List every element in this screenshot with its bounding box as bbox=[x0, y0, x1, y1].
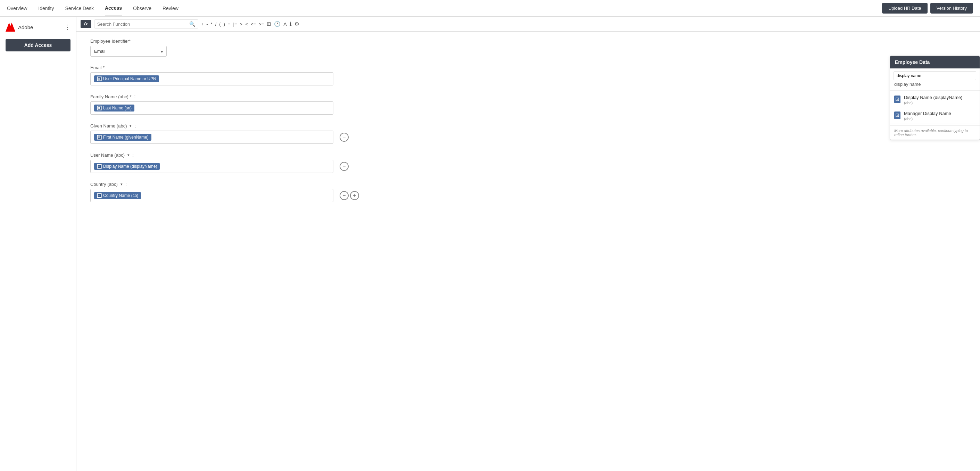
nav-actions: Upload HR Data Version History bbox=[882, 3, 973, 14]
menu-dots-icon[interactable]: ⋮ bbox=[64, 23, 70, 31]
op-minus[interactable]: - bbox=[206, 22, 208, 27]
country-mapping-input[interactable]: Country Name (co) bbox=[90, 189, 333, 202]
user-name-dropdown-arrow[interactable]: ▾ bbox=[127, 153, 129, 158]
content-area: fx 🔍 + - * / ( ) = |= > < <= >= ⊞ 🕐 A bbox=[76, 17, 980, 471]
user-name-colon: : bbox=[132, 152, 134, 158]
version-history-button[interactable]: Version History bbox=[930, 3, 973, 14]
country-label: Country (abc) bbox=[90, 181, 118, 187]
op-lparen[interactable]: ( bbox=[219, 22, 221, 27]
formula-search-input[interactable] bbox=[97, 22, 189, 27]
panel-items: Display Name (displayName) (abc) Manager… bbox=[890, 91, 980, 126]
op-rparen[interactable]: ) bbox=[224, 22, 225, 27]
app-name: Adobe bbox=[18, 24, 33, 30]
tag-icon bbox=[97, 76, 102, 81]
svg-rect-8 bbox=[97, 135, 101, 139]
adobe-icon bbox=[6, 22, 15, 32]
email-label-row: Email * bbox=[90, 65, 375, 70]
employee-identifier-label: Employee Identifier* bbox=[90, 38, 375, 44]
country-tag: Country Name (co) bbox=[94, 192, 141, 199]
employee-identifier-select-wrapper: Email bbox=[90, 46, 167, 57]
grid-icon[interactable]: ⊞ bbox=[267, 21, 271, 27]
sidebar-header: Adobe ⋮ bbox=[6, 22, 70, 32]
user-name-remove-btn[interactable]: − bbox=[340, 162, 348, 171]
nav-service-desk[interactable]: Service Desk bbox=[65, 1, 94, 16]
tag-icon bbox=[97, 106, 102, 110]
op-plus[interactable]: + bbox=[201, 22, 204, 27]
info-icon[interactable]: ℹ bbox=[290, 21, 292, 27]
panel-item-icon bbox=[894, 111, 900, 119]
user-name-mapping-input[interactable]: Display Name (displayName) bbox=[90, 160, 333, 173]
op-lte[interactable]: <= bbox=[251, 22, 256, 27]
upload-hr-data-button[interactable]: Upload HR Data bbox=[882, 3, 928, 14]
panel-item-text: Display Name (displayName) (abc) bbox=[904, 95, 962, 105]
nav-observe[interactable]: Observe bbox=[133, 1, 151, 16]
op-multiply[interactable]: * bbox=[211, 22, 213, 27]
user-name-group: User Name (abc) ▾ : Display Name (displa… bbox=[90, 152, 375, 173]
user-name-row-with-action: Display Name (displayName) − bbox=[90, 160, 375, 173]
given-name-label-row: Given Name (abc) ▾ : bbox=[90, 123, 375, 129]
text-icon[interactable]: A bbox=[283, 21, 287, 27]
family-name-tag: Last Name (sn) bbox=[94, 105, 134, 111]
add-access-button[interactable]: Add Access bbox=[6, 39, 70, 51]
country-label-row: Country (abc) ▾ : bbox=[90, 181, 375, 187]
op-equals[interactable]: = bbox=[228, 22, 231, 27]
tag-icon bbox=[97, 135, 102, 140]
settings-icon[interactable]: ⚙ bbox=[294, 21, 299, 27]
email-mapping-input[interactable]: User Principal Name or UPN bbox=[90, 72, 333, 86]
given-name-row-with-action: First Name (givenName) − bbox=[90, 130, 375, 144]
form-content: Employee Identifier* Email Email * bbox=[76, 32, 389, 218]
nav-review[interactable]: Review bbox=[162, 1, 178, 16]
panel-item[interactable]: Manager Display Name (abc) bbox=[890, 108, 980, 124]
nav-overview[interactable]: Overview bbox=[7, 1, 27, 16]
op-lt[interactable]: < bbox=[245, 22, 248, 27]
panel-search-input[interactable] bbox=[894, 71, 976, 80]
svg-rect-2 bbox=[97, 77, 101, 81]
svg-rect-14 bbox=[97, 194, 101, 197]
given-name-action-btns: − bbox=[340, 133, 348, 142]
family-name-mapping-input[interactable]: Last Name (sn) bbox=[90, 102, 333, 115]
formula-operators: + - * / ( ) = |= > < <= >= ⊞ 🕐 A ℹ ⚙ bbox=[201, 21, 299, 27]
given-name-colon: : bbox=[134, 123, 136, 129]
nav-identity[interactable]: Identity bbox=[38, 1, 54, 16]
given-name-tag: First Name (givenName) bbox=[94, 134, 151, 141]
tag-icon bbox=[97, 164, 102, 169]
family-name-group: Family Name (abc) * : Last Name (sn) bbox=[90, 94, 375, 115]
employee-identifier-select[interactable]: Email bbox=[90, 46, 167, 57]
family-name-label-row: Family Name (abc) * : bbox=[90, 94, 375, 99]
country-add-btn[interactable]: + bbox=[350, 191, 359, 200]
employee-data-panel: Employee Data display name Display Name … bbox=[890, 56, 980, 140]
email-tag: User Principal Name or UPN bbox=[94, 75, 159, 82]
clock-icon[interactable]: 🕐 bbox=[274, 21, 281, 27]
country-remove-btn[interactable]: − bbox=[340, 191, 348, 200]
user-name-label: User Name (abc) bbox=[90, 153, 125, 158]
given-name-mapping-input[interactable]: First Name (givenName) bbox=[90, 130, 333, 144]
top-nav: Overview Identity Service Desk Access Ob… bbox=[0, 0, 980, 17]
nav-access[interactable]: Access bbox=[105, 0, 122, 16]
country-row-with-action: Country Name (co) − + bbox=[90, 189, 375, 202]
email-label: Email * bbox=[90, 65, 105, 70]
svg-rect-5 bbox=[97, 106, 101, 110]
op-gt[interactable]: > bbox=[240, 22, 243, 27]
panel-item[interactable]: Display Name (displayName) (abc) bbox=[890, 92, 980, 108]
adobe-logo: Adobe bbox=[6, 22, 33, 32]
op-divide[interactable]: / bbox=[215, 22, 217, 27]
formula-bar: fx 🔍 + - * / ( ) = |= > < <= >= ⊞ 🕐 A bbox=[76, 17, 980, 32]
svg-rect-11 bbox=[97, 164, 101, 168]
panel-title: Employee Data bbox=[890, 56, 980, 68]
given-name-group: Given Name (abc) ▾ : First Name (givenNa… bbox=[90, 123, 375, 144]
tag-icon bbox=[97, 193, 102, 198]
op-pipe-equals[interactable]: |= bbox=[233, 22, 237, 27]
panel-item-text: Manager Display Name (abc) bbox=[904, 111, 951, 121]
panel-search-value: display name bbox=[894, 80, 976, 88]
svg-rect-17 bbox=[896, 98, 899, 101]
given-name-remove-btn[interactable]: − bbox=[340, 133, 348, 142]
op-gte[interactable]: >= bbox=[259, 22, 264, 27]
country-colon: : bbox=[126, 181, 127, 187]
given-name-dropdown-arrow[interactable]: ▾ bbox=[129, 124, 132, 128]
fx-button[interactable]: fx bbox=[81, 20, 91, 28]
country-group: Country (abc) ▾ : Country Name (co) bbox=[90, 181, 375, 202]
user-name-tag: Display Name (displayName) bbox=[94, 163, 160, 170]
country-dropdown-arrow[interactable]: ▾ bbox=[121, 182, 123, 186]
email-group: Email * User Principal Name or UPN bbox=[90, 65, 375, 86]
formula-input-container: 🔍 bbox=[94, 19, 198, 29]
